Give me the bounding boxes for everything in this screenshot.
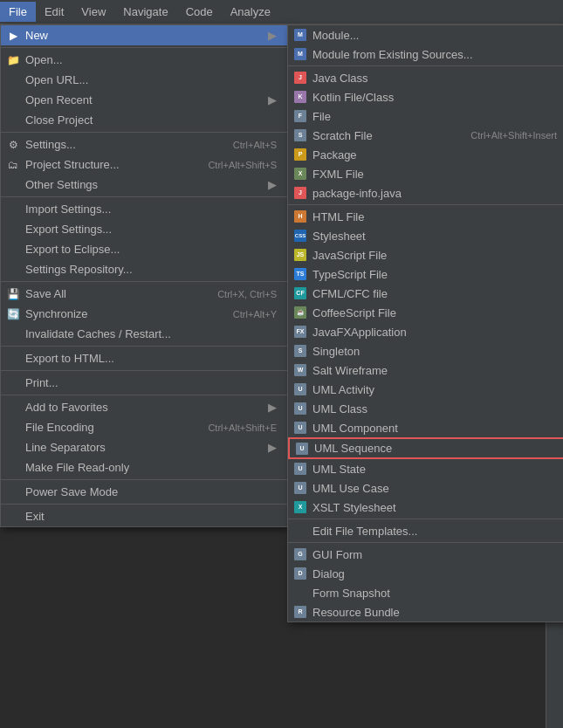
- new-java-class[interactable]: J Java Class: [288, 68, 563, 87]
- uml-component-icon: U: [293, 421, 307, 435]
- menu-print[interactable]: Print...: [1, 373, 287, 393]
- menu-power-save[interactable]: Power Save Mode: [1, 482, 287, 502]
- file-menu: ▶ New ▶ 📁 Open... Open URL... Open Recen…: [0, 24, 288, 527]
- menubar-edit[interactable]: Edit: [36, 2, 72, 22]
- menu-exit[interactable]: Exit: [1, 506, 287, 526]
- new-file[interactable]: F File: [288, 106, 563, 126]
- new-coffeescript[interactable]: ☕ CoffeeScript File: [288, 303, 563, 322]
- menu-close-project[interactable]: Close Project: [1, 110, 287, 130]
- kotlin-icon: K: [293, 90, 307, 104]
- new-module[interactable]: M Module...: [288, 25, 563, 45]
- uml-activity-icon: U: [293, 382, 307, 396]
- menu-make-read-only[interactable]: Make File Read-only: [1, 457, 287, 477]
- menu-export-html[interactable]: Export to HTML...: [1, 348, 287, 368]
- menu-save-all[interactable]: 💾 Save All Ctrl+X, Ctrl+S: [1, 284, 287, 304]
- new-scratch-file[interactable]: S Scratch File Ctrl+Alt+Shift+Insert: [288, 126, 563, 145]
- line-sep-arrow: ▶: [268, 441, 277, 454]
- new-typescript[interactable]: TS TypeScript File: [288, 264, 563, 284]
- new-module-existing[interactable]: M Module from Existing Sources...: [288, 45, 563, 64]
- fxml-icon: X: [293, 167, 307, 181]
- new-singleton[interactable]: S Singleton: [288, 341, 563, 361]
- favorites-arrow: ▶: [268, 401, 277, 414]
- new-kotlin[interactable]: K Kotlin File/Class: [288, 87, 563, 106]
- menu-synchronize[interactable]: 🔄 Synchronize Ctrl+Alt+Y: [1, 304, 287, 324]
- new-uml-state[interactable]: U UML State: [288, 459, 563, 478]
- xslt-icon: X: [293, 500, 307, 514]
- gui-form-icon: G: [293, 547, 307, 561]
- salt-icon: W: [293, 363, 307, 377]
- dialog-icon: D: [293, 567, 307, 580]
- separator-2: [1, 132, 287, 133]
- new-package-info[interactable]: J package-info.java: [288, 183, 563, 203]
- menu-import-settings[interactable]: Import Settings...: [1, 199, 287, 219]
- new-javafx[interactable]: FX JavaFXApplication: [288, 322, 563, 341]
- menu-export-settings[interactable]: Export Settings...: [1, 219, 287, 239]
- uml-sequence-icon: U: [295, 442, 309, 456]
- menu-file-encoding[interactable]: File Encoding Ctrl+Alt+Shift+E: [1, 417, 287, 437]
- new-cfml[interactable]: CF CFML/CFC file: [288, 284, 563, 303]
- menubar-analyze[interactable]: Analyze: [222, 2, 279, 22]
- new-xslt[interactable]: X XSLT Stylesheet: [288, 498, 563, 517]
- java-class-icon: J: [293, 71, 307, 85]
- new-fxml[interactable]: X FXML File: [288, 164, 563, 183]
- new-stylesheet[interactable]: CSS Stylesheet: [288, 226, 563, 245]
- new-gui-form[interactable]: G GUI Form: [288, 545, 563, 564]
- css-icon: CSS: [293, 229, 307, 243]
- project-structure-icon: 🗂: [6, 158, 20, 172]
- cf-icon: CF: [293, 286, 307, 300]
- new-uml-component[interactable]: U UML Component: [288, 418, 563, 437]
- new-html[interactable]: H HTML File: [288, 207, 563, 226]
- singleton-icon: S: [293, 344, 307, 358]
- new-package[interactable]: P Package: [288, 145, 563, 164]
- package-icon: P: [293, 148, 307, 161]
- save-icon: 💾: [6, 287, 20, 301]
- menu-open-recent[interactable]: Open Recent ▶: [1, 90, 287, 110]
- menu-other-settings[interactable]: Other Settings ▶: [1, 175, 287, 195]
- separator-1: [1, 47, 287, 48]
- menu-open-url[interactable]: Open URL...: [1, 70, 287, 90]
- open-recent-arrow: ▶: [268, 93, 277, 106]
- new-form-snapshot[interactable]: Form Snapshot: [288, 583, 563, 602]
- new-uml-class[interactable]: U UML Class: [288, 399, 563, 418]
- settings-icon: ⚙: [6, 138, 20, 152]
- module-existing-icon: M: [293, 47, 307, 61]
- menubar-navigate[interactable]: Navigate: [114, 2, 176, 22]
- menu-line-separators[interactable]: Line Separators ▶: [1, 437, 287, 457]
- menu-export-eclipse[interactable]: Export to Eclipse...: [1, 239, 287, 259]
- menu-add-to-favorites[interactable]: Add to Favorites ▶: [1, 397, 287, 417]
- separator-6: [1, 370, 287, 371]
- menu-invalidate-caches[interactable]: Invalidate Caches / Restart...: [1, 324, 287, 344]
- new-icon: ▶: [6, 29, 20, 43]
- uml-state-icon: U: [293, 462, 307, 476]
- new-uml-sequence[interactable]: U UML Sequence: [288, 437, 563, 459]
- menubar-file[interactable]: File: [0, 2, 36, 22]
- menubar: File Edit View Navigate Code Analyze: [0, 0, 563, 24]
- file-icon: F: [293, 109, 307, 123]
- resource-bundle-icon: R: [293, 605, 307, 619]
- js-icon: JS: [293, 248, 307, 262]
- coffee-icon: ☕: [293, 306, 307, 319]
- menubar-code[interactable]: Code: [177, 2, 222, 22]
- menu-settings[interactable]: ⚙ Settings... Ctrl+Alt+S: [1, 134, 287, 155]
- menu-open[interactable]: 📁 Open...: [1, 50, 287, 70]
- new-edit-templates[interactable]: Edit File Templates...: [288, 521, 563, 540]
- menu-project-structure[interactable]: 🗂 Project Structure... Ctrl+Alt+Shift+S: [1, 155, 287, 175]
- new-arrow: ▶: [268, 29, 277, 42]
- new-sep-2: [288, 204, 563, 205]
- package-info-icon: J: [293, 186, 307, 200]
- html-icon: H: [293, 209, 307, 223]
- new-javascript[interactable]: JS JavaScript File: [288, 245, 563, 264]
- new-resource-bundle[interactable]: R Resource Bundle: [288, 602, 563, 622]
- menu-new[interactable]: ▶ New ▶: [1, 25, 287, 45]
- module-icon: M: [293, 28, 307, 42]
- javafx-icon: FX: [293, 325, 307, 339]
- menubar-view[interactable]: View: [72, 2, 114, 22]
- new-uml-activity[interactable]: U UML Activity: [288, 380, 563, 399]
- separator-3: [1, 196, 287, 197]
- new-salt-wireframe[interactable]: W Salt Wireframe: [288, 361, 563, 380]
- new-sep-4: [288, 542, 563, 543]
- uml-class-icon: U: [293, 402, 307, 416]
- new-dialog[interactable]: D Dialog: [288, 564, 563, 583]
- new-uml-usecase[interactable]: U UML Use Case: [288, 478, 563, 498]
- menu-settings-repository[interactable]: Settings Repository...: [1, 259, 287, 279]
